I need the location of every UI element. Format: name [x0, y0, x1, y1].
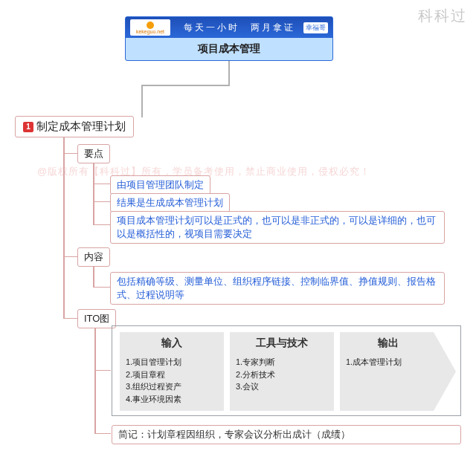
watermark-top-right: 科科过: [418, 6, 467, 26]
connector: [94, 433, 111, 434]
ito-col-input: 输入 1.项目管理计划 2.项目章程 3.组织过程资产 4.事业环境因素: [120, 332, 224, 411]
connector: [94, 370, 111, 371]
ito-col-tools: 工具与技术 1.专家判断 2.分析技术 3.会议: [230, 332, 334, 411]
node-main-label: 制定成本管理计划: [36, 120, 126, 132]
ito-inputs: 1.项目管理计划 2.项目章程 3.组织过程资产 4.事业环境因素: [120, 356, 224, 405]
ito-mnemonic: 简记：计划章程因组织，专家会议分析出成计（成绩）: [112, 425, 461, 444]
node-ito: ITO图: [77, 309, 116, 328]
node-content: 内容: [77, 247, 110, 267]
brand-logo: kekeguo.net: [130, 19, 170, 36]
connector: [93, 265, 94, 287]
connector: [93, 201, 111, 202]
connector: [63, 153, 78, 154]
connector: [93, 161, 94, 224]
ito-tools: 1.专家判断 2.分析技术 3.会议: [230, 356, 334, 393]
ito-outputs: 1.成本管理计划: [340, 356, 437, 369]
node-keypoints: 要点: [77, 144, 110, 163]
ito-header-tools: 工具与技术: [230, 337, 334, 350]
brand-dot-icon: [147, 22, 154, 29]
connector: [93, 287, 111, 288]
root-tag: 幸福哥: [303, 22, 328, 33]
keypoint-item: 结果是生成成本管理计划: [110, 193, 230, 212]
ito-tool-item: 1.专家判断: [236, 356, 328, 369]
connector: [93, 184, 111, 184]
ito-col-output: 输出 1.成本管理计划: [340, 332, 456, 411]
ito-input-item: 2.项目章程: [126, 369, 218, 381]
node-main: 1制定成本管理计划: [15, 116, 134, 137]
brand-url: kekeguo.net: [136, 29, 164, 34]
content-body: 包括精确等级、测量单位、组织程序链接、控制临界值、挣值规则、报告格式、过程说明等: [110, 272, 445, 305]
keypoint-item: 由项目管理团队制定: [110, 175, 210, 195]
connector: [228, 61, 230, 85]
root-slogan: 每天一小时 两月拿证: [175, 22, 303, 34]
ito-tool-item: 2.分析技术: [236, 369, 328, 381]
root-banner: kekeguo.net 每天一小时 两月拿证 幸福哥: [126, 17, 332, 38]
ito-input-item: 1.项目管理计划: [126, 356, 218, 369]
root-box: kekeguo.net 每天一小时 两月拿证 幸福哥 项目成本管理: [125, 16, 333, 61]
connector: [63, 256, 78, 257]
keypoint-item: 项目成本管理计划可以是正式的，也可以是非正式的，可以是详细的，也可以是概括性的，…: [110, 211, 445, 244]
connector: [141, 85, 230, 86]
ito-input-item: 4.事业环境因素: [126, 393, 218, 406]
connector: [141, 85, 143, 117]
ito-input-item: 3.组织过程资产: [126, 380, 218, 393]
connector: [63, 318, 78, 319]
node-index-badge: 1: [23, 122, 33, 132]
ito-tool-item: 3.会议: [236, 380, 328, 393]
connector: [94, 325, 96, 433]
ito-header-input: 输入: [120, 337, 224, 350]
ito-diagram: 输入 1.项目管理计划 2.项目章程 3.组织过程资产 4.事业环境因素 工具与…: [112, 325, 461, 416]
connector: [63, 132, 65, 318]
ito-output-item: 1.成本管理计划: [346, 356, 431, 369]
ito-header-output: 输出: [340, 337, 437, 350]
root-title: 项目成本管理: [126, 38, 332, 60]
connector: [93, 224, 111, 225]
